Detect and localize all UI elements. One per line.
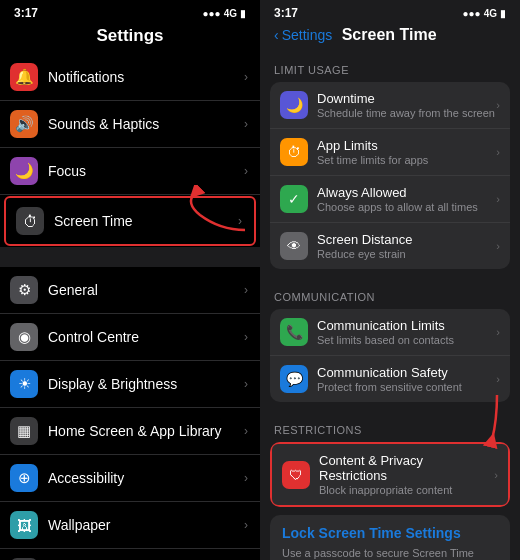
screen-distance-subtitle: Reduce eye strain xyxy=(317,248,496,260)
downtime-icon: 🌙 xyxy=(280,91,308,119)
right-item-always-allowed[interactable]: ✓ Always Allowed Choose apps to allow at… xyxy=(270,176,510,223)
focus-chevron: › xyxy=(244,164,248,178)
screen-time-icon: ⏱ xyxy=(16,207,44,235)
home-screen-chevron: › xyxy=(244,424,248,438)
lock-section: Lock Screen Time Settings Use a passcode… xyxy=(270,515,510,560)
display-label: Display & Brightness xyxy=(48,376,244,392)
settings-item-focus[interactable]: 🌙 Focus › xyxy=(0,148,260,195)
accessibility-label: Accessibility xyxy=(48,470,244,486)
communication-group: 📞 Communication Limits Set limits based … xyxy=(270,309,510,402)
back-label: Settings xyxy=(282,27,333,43)
settings-item-home-screen[interactable]: ▦ Home Screen & App Library › xyxy=(0,408,260,455)
downtime-title: Downtime xyxy=(317,91,496,106)
comm-limits-chevron: › xyxy=(496,326,500,338)
left-status-icons: ●●● 4G ▮ xyxy=(203,8,246,19)
content-privacy-title: Content & Privacy Restrictions xyxy=(319,453,494,483)
downtime-chevron: › xyxy=(496,99,500,111)
general-chevron: › xyxy=(244,283,248,297)
control-centre-chevron: › xyxy=(244,330,248,344)
notifications-label: Notifications xyxy=(48,69,244,85)
settings-item-notifications[interactable]: 🔔 Notifications › xyxy=(0,54,260,101)
display-icon: ☀ xyxy=(10,370,38,398)
lock-title[interactable]: Lock Screen Time Settings xyxy=(282,525,498,541)
settings-item-wallpaper[interactable]: 🖼 Wallpaper › xyxy=(0,502,260,549)
left-time: 3:17 xyxy=(14,6,38,20)
right-screen-time-panel: 3:17 ●●● 4G ▮ ‹ Settings Screen Time LIM… xyxy=(260,0,520,560)
focus-label: Focus xyxy=(48,163,244,179)
battery-icon: ▮ xyxy=(240,8,246,19)
right-item-comm-limits[interactable]: 📞 Communication Limits Set limits based … xyxy=(270,309,510,356)
sounds-label: Sounds & Haptics xyxy=(48,116,244,132)
right-panel-title: Screen Time xyxy=(342,26,437,44)
back-chevron-icon: ‹ xyxy=(274,27,279,43)
communication-header: COMMUNICATION xyxy=(260,277,520,309)
right-item-screen-distance[interactable]: 👁 Screen Distance Reduce eye strain › xyxy=(270,223,510,269)
comm-limits-subtitle: Set limits based on contacts xyxy=(317,334,496,346)
always-allowed-text: Always Allowed Choose apps to allow at a… xyxy=(317,185,496,213)
comm-safety-icon: 💬 xyxy=(280,365,308,393)
control-centre-icon: ◉ xyxy=(10,323,38,351)
screen-time-chevron: › xyxy=(238,214,242,228)
comm-limits-title: Communication Limits xyxy=(317,318,496,333)
comm-limits-text: Communication Limits Set limits based on… xyxy=(317,318,496,346)
general-label: General xyxy=(48,282,244,298)
right-item-app-limits[interactable]: ⏱ App Limits Set time limits for apps › xyxy=(270,129,510,176)
comm-safety-subtitle: Protect from sensitive content xyxy=(317,381,496,393)
screen-distance-icon: 👁 xyxy=(280,232,308,260)
sounds-chevron: › xyxy=(244,117,248,131)
right-content-area: LIMIT USAGE 🌙 Downtime Schedule time awa… xyxy=(260,50,520,560)
network-icon: 4G xyxy=(224,8,237,19)
sounds-icon: 🔊 xyxy=(10,110,38,138)
app-limits-subtitle: Set time limits for apps xyxy=(317,154,496,166)
app-limits-title: App Limits xyxy=(317,138,496,153)
limit-usage-group: 🌙 Downtime Schedule time away from the s… xyxy=(270,82,510,269)
section-divider-1 xyxy=(0,247,260,267)
wallpaper-label: Wallpaper xyxy=(48,517,244,533)
settings-item-general[interactable]: ⚙ General › xyxy=(0,267,260,314)
app-limits-chevron: › xyxy=(496,146,500,158)
settings-item-display[interactable]: ☀ Display & Brightness › xyxy=(0,361,260,408)
always-allowed-subtitle: Choose apps to allow at all times xyxy=(317,201,496,213)
settings-item-standby[interactable]: ✦ StandBy › xyxy=(0,549,260,560)
comm-safety-text: Communication Safety Protect from sensit… xyxy=(317,365,496,393)
content-privacy-subtitle: Block inappropriate content xyxy=(319,484,494,496)
restrictions-header: RESTRICTIONS xyxy=(260,410,520,442)
home-screen-icon: ▦ xyxy=(10,417,38,445)
comm-limits-icon: 📞 xyxy=(280,318,308,346)
screen-distance-title: Screen Distance xyxy=(317,232,496,247)
right-item-comm-safety[interactable]: 💬 Communication Safety Protect from sens… xyxy=(270,356,510,402)
app-limits-icon: ⏱ xyxy=(280,138,308,166)
right-time: 3:17 xyxy=(274,6,298,20)
settings-item-screen-time[interactable]: ⏱ Screen Time › xyxy=(4,196,256,246)
accessibility-chevron: › xyxy=(244,471,248,485)
app-container: 3:17 ●●● 4G ▮ Settings 🔔 Notifications ›… xyxy=(0,0,520,560)
control-centre-label: Control Centre xyxy=(48,329,244,345)
screen-distance-text: Screen Distance Reduce eye strain xyxy=(317,232,496,260)
right-network-icon: 4G xyxy=(484,8,497,19)
settings-item-accessibility[interactable]: ⊕ Accessibility › xyxy=(0,455,260,502)
settings-item-sounds[interactable]: 🔊 Sounds & Haptics › xyxy=(0,101,260,148)
screen-time-label: Screen Time xyxy=(54,213,238,229)
right-item-content-privacy[interactable]: 🛡 Content & Privacy Restrictions Block i… xyxy=(270,442,510,507)
notifications-icon: 🔔 xyxy=(10,63,38,91)
right-battery-icon: ▮ xyxy=(500,8,506,19)
signal-icon: ●●● xyxy=(203,8,221,19)
settings-item-control-centre[interactable]: ◉ Control Centre › xyxy=(0,314,260,361)
back-button[interactable]: ‹ Settings xyxy=(274,27,332,43)
accessibility-icon: ⊕ xyxy=(10,464,38,492)
wallpaper-chevron: › xyxy=(244,518,248,532)
always-allowed-icon: ✓ xyxy=(280,185,308,213)
content-privacy-chevron: › xyxy=(494,469,498,481)
downtime-text: Downtime Schedule time away from the scr… xyxy=(317,91,496,119)
general-icon: ⚙ xyxy=(10,276,38,304)
content-privacy-text: Content & Privacy Restrictions Block ina… xyxy=(319,453,494,496)
focus-icon: 🌙 xyxy=(10,157,38,185)
restrictions-group: 🛡 Content & Privacy Restrictions Block i… xyxy=(270,442,510,507)
right-signal-icon: ●●● xyxy=(463,8,481,19)
notifications-chevron: › xyxy=(244,70,248,84)
left-panel-title: Settings xyxy=(0,22,260,54)
display-chevron: › xyxy=(244,377,248,391)
left-status-bar: 3:17 ●●● 4G ▮ xyxy=(0,0,260,22)
right-item-downtime[interactable]: 🌙 Downtime Schedule time away from the s… xyxy=(270,82,510,129)
right-status-bar: 3:17 ●●● 4G ▮ xyxy=(260,0,520,22)
